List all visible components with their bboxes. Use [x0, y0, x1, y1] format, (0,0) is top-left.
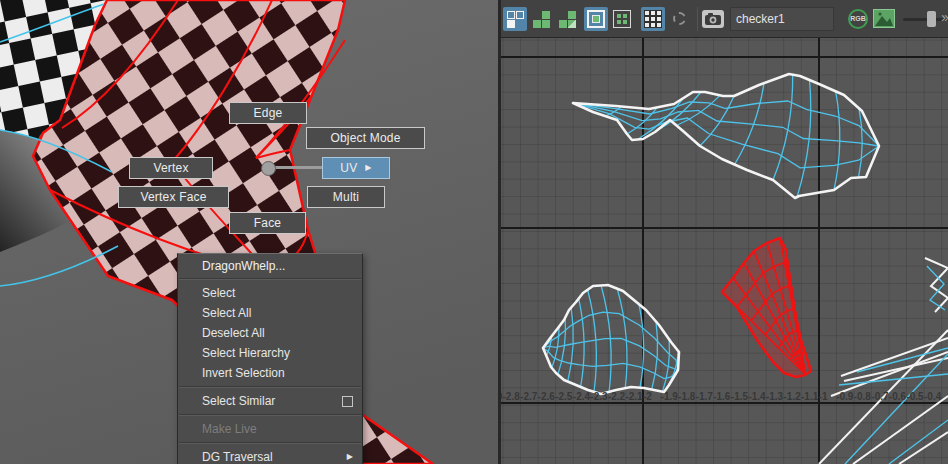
menu-separator	[179, 386, 361, 388]
menu-item-deselect-all[interactable]: Deselect All	[178, 323, 362, 343]
texture-name-field[interactable]	[730, 7, 834, 31]
submenu-arrow-icon: ▶	[365, 164, 371, 172]
marking-menu-object-mode[interactable]: Object Mode	[306, 127, 425, 149]
panel-divider[interactable]	[498, 0, 501, 464]
mountain-glyph	[874, 10, 894, 27]
context-menu-title: DragonWhelp...	[178, 254, 362, 275]
marking-menu-face[interactable]: Face	[229, 212, 306, 234]
menu-item-label: Select	[202, 286, 235, 300]
menu-item-label: Select Similar	[202, 394, 275, 408]
context-menu: DragonWhelp... SelectSelect AllDeselect …	[177, 253, 363, 464]
toolbar-overflow-chevrons-icon[interactable]: ››	[941, 8, 947, 25]
menu-item-label: Select Hierarchy	[202, 346, 290, 360]
marking-menu-edge[interactable]: Edge	[229, 102, 307, 124]
image-frame-glyph	[587, 10, 605, 28]
marking-label: Edge	[254, 106, 283, 120]
marking-label: Face	[254, 216, 281, 230]
menu-item-select[interactable]: Select	[178, 283, 362, 303]
green-tiles-fade-glyph	[558, 10, 576, 28]
menu-separator	[179, 278, 361, 280]
marking-menu-vertex[interactable]: Vertex	[129, 157, 213, 179]
stretched-shell-edge	[899, 432, 948, 464]
display-image-icon[interactable]	[584, 7, 608, 31]
baked-texture-camera-icon[interactable]	[702, 10, 724, 28]
menu-separator	[179, 414, 361, 416]
menu-item-label: Make Live	[202, 422, 257, 436]
menu-item-label: Select All	[202, 306, 251, 320]
tile-view-icon[interactable]	[529, 7, 553, 31]
context-menu-items: SelectSelect AllDeselect AllSelect Hiera…	[178, 283, 362, 464]
uv-shells-view-icon[interactable]	[503, 7, 527, 31]
menu-item-invert-selection[interactable]: Invert Selection	[178, 363, 362, 383]
grid-glyph	[644, 10, 662, 28]
menu-item-label: DG Traversal	[202, 450, 273, 464]
menu-item-label: Deselect All	[202, 326, 265, 340]
menu-item-select-all[interactable]: Select All	[178, 303, 362, 323]
maya-uv-editor-window: Edge Object Mode Vertex UV ▶ Vertex Face…	[0, 0, 948, 464]
uv-toolbar: RGB ››	[501, 0, 948, 38]
uv-editor-panel: RGB ›› -2.9-2.8-2.7-2.6-2.5-2.4-2.3-2.2-…	[501, 0, 948, 464]
green-tiles-glyph	[532, 10, 550, 28]
shell-tiles-glyph	[506, 10, 524, 28]
marking-menu-uv[interactable]: UV ▶	[322, 157, 390, 179]
toolbar-separator	[697, 7, 698, 31]
marking-label: Vertex	[153, 161, 188, 175]
dim-image-icon[interactable]	[667, 7, 691, 31]
quadrant-frame-glyph	[613, 10, 631, 28]
menu-separator	[179, 442, 361, 444]
marking-label: Multi	[333, 190, 359, 204]
uv-shell-wing-outline	[573, 74, 879, 198]
uv-shells-layer	[501, 38, 948, 464]
marking-menu-multi[interactable]: Multi	[307, 186, 385, 208]
camera-glyph	[705, 13, 721, 25]
rgb-channel-toggle[interactable]: RGB	[848, 9, 868, 29]
menu-item-label: Invert Selection	[202, 366, 285, 380]
marking-menu-drag-handle[interactable]	[261, 161, 276, 176]
checkered-tiles-icon[interactable]	[641, 7, 665, 31]
menu-item-dg-traversal[interactable]: DG Traversal▶	[178, 447, 362, 464]
marking-menu-gesture-line	[272, 166, 322, 169]
tile-fade-view-icon[interactable]	[555, 7, 579, 31]
menu-item-select-hierarchy[interactable]: Select Hierarchy	[178, 343, 362, 363]
slider-handle[interactable]	[927, 11, 936, 27]
menu-item-select-similar[interactable]: Select Similar	[178, 391, 362, 411]
dashed-circle-glyph	[673, 12, 686, 25]
marking-label: Object Mode	[330, 131, 400, 145]
menu-item-make-live: Make Live	[178, 419, 362, 439]
checkbox[interactable]	[342, 396, 353, 407]
marking-menu-vertex-face[interactable]: Vertex Face	[118, 186, 229, 208]
marking-label: UV	[340, 161, 357, 175]
submenu-arrow-icon: ▶	[347, 447, 353, 464]
marking-label: Vertex Face	[140, 190, 206, 204]
image-ratio-icon[interactable]	[610, 7, 634, 31]
stretched-shell-wire	[889, 420, 948, 464]
image-display-icon[interactable]	[873, 9, 895, 28]
